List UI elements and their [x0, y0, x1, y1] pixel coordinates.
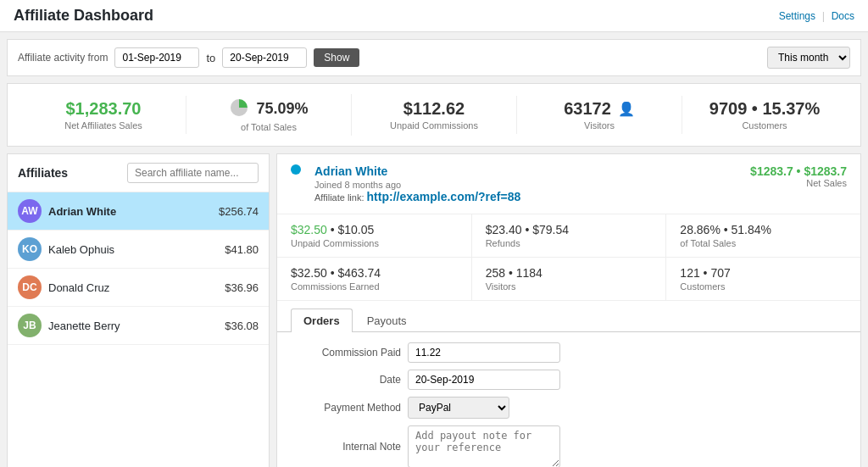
list-item[interactable]: DC Donald Cruz $36.96 — [8, 269, 269, 307]
stat-net-sales: $1,283.70 Net Affiliates Sales — [21, 96, 186, 134]
internal-note-textarea[interactable] — [408, 425, 560, 467]
affiliates-header: Affiliates — [8, 154, 269, 192]
to-label: to — [206, 52, 215, 64]
metrics-row-2: $32.50 • $463.74 Commissions Earned 258 … — [277, 258, 860, 301]
visitors-label: Visitors — [531, 120, 668, 131]
payment-method-row: Payment Method PayPal — [291, 397, 847, 419]
metric-value: 28.86% • 51.84% — [680, 223, 847, 236]
net-sales-primary: $1283.7 • $1283.7 — [750, 164, 847, 178]
net-sales-value: $1,283.70 — [35, 99, 172, 119]
metric-value: 121 • 707 — [680, 266, 847, 280]
total-sales-label: of Total Sales — [200, 122, 337, 132]
page-header: Affiliate Dashboard Settings | Docs — [0, 0, 868, 32]
affiliate-link-row: Affiliate link: http://example.com/?ref=… — [314, 190, 740, 203]
net-sales-label: Net Affiliates Sales — [35, 120, 172, 131]
metric-label: of Total Sales — [680, 238, 847, 248]
metric-customers: 121 • 707 Customers — [666, 258, 860, 300]
link-separator: | — [822, 9, 825, 22]
avatar: DC — [18, 275, 42, 299]
affiliate-net-sales: $1283.7 • $1283.7 Net Sales — [750, 164, 847, 188]
date-input[interactable] — [408, 370, 560, 390]
metric-label: Refunds — [486, 238, 653, 248]
affiliate-amount: $36.96 — [225, 281, 259, 294]
metric-visitors: 258 • 1184 Visitors — [472, 258, 667, 300]
customers-label: Customers — [696, 120, 833, 131]
metric-value: $32.50 • $463.74 — [291, 266, 458, 280]
show-button[interactable]: Show — [314, 48, 359, 67]
metrics-row-1: $32.50 • $10.05 Unpaid Commissions $23.4… — [277, 214, 860, 258]
period-select[interactable]: This month — [767, 47, 850, 69]
joined-meta: Joined 8 months ago — [314, 180, 740, 190]
metric-unpaid-commissions: $32.50 • $10.05 Unpaid Commissions — [277, 214, 472, 257]
affiliates-title: Affiliates — [18, 166, 68, 180]
metric-value: $32.50 • $10.05 — [291, 223, 458, 236]
affiliate-name: Donald Cruz — [48, 281, 218, 294]
filter-bar: Affiliate activity from to Show This mon… — [7, 39, 861, 76]
tab-orders[interactable]: Orders — [291, 309, 353, 332]
metric-value: 258 • 1184 — [486, 266, 653, 280]
header-links: Settings | Docs — [779, 9, 854, 22]
affiliate-info-header: Adrian White Joined 8 months ago Affilia… — [277, 154, 860, 214]
affiliate-name: Adrian White — [48, 205, 212, 218]
stat-customers: 9709 • 15.37% Customers — [682, 96, 847, 134]
active-indicator — [291, 164, 301, 175]
affiliate-name-link[interactable]: Adrian White — [314, 164, 387, 178]
affiliate-amount: $36.08 — [225, 320, 259, 332]
date-label: Date — [291, 374, 401, 386]
payment-method-select[interactable]: PayPal — [408, 397, 509, 419]
internal-note-label: Internal Note — [291, 441, 401, 453]
avatar: AW — [18, 199, 42, 223]
detail-panel: Adrian White Joined 8 months ago Affilia… — [276, 153, 861, 467]
affiliates-panel: Affiliates AW Adrian White $256.74 KO Ka… — [7, 153, 270, 467]
date-range-label: Affiliate activity from — [18, 52, 108, 64]
metric-label: Visitors — [486, 281, 653, 292]
affiliate-list: AW Adrian White $256.74 KO Kaleb Ophuis … — [8, 192, 269, 345]
customers-value: 9709 • 15.37% — [696, 99, 833, 119]
list-item[interactable]: KO Kaleb Ophuis $41.80 — [8, 231, 269, 269]
unpaid-commissions-label: Unpaid Commissions — [365, 120, 503, 131]
settings-link[interactable]: Settings — [779, 10, 815, 22]
list-item[interactable]: AW Adrian White $256.74 — [8, 192, 269, 231]
date-row: Date — [291, 370, 847, 390]
metric-refunds: $23.40 • $79.54 Refunds — [472, 214, 667, 257]
metric-commissions-earned: $32.50 • $463.74 Commissions Earned — [277, 258, 472, 300]
person-icon: 👤 — [618, 101, 635, 117]
visitors-value: 63172 — [564, 99, 611, 119]
payout-form: Commission Paid Date Payment Method PayP… — [277, 332, 860, 467]
affiliate-name: Jeanette Berry — [48, 320, 218, 332]
avatar: KO — [18, 237, 42, 261]
affiliate-amount: $256.74 — [219, 205, 259, 218]
date-to-input[interactable] — [222, 47, 307, 68]
internal-note-row: Internal Note — [291, 425, 847, 467]
metric-label: Commissions Earned — [291, 281, 458, 292]
search-input[interactable] — [127, 163, 259, 183]
tabs-row: Orders Payouts — [277, 308, 860, 332]
metric-value: $23.40 • $79.54 — [486, 223, 653, 236]
main-content: Affiliates AW Adrian White $256.74 KO Ka… — [7, 153, 861, 467]
net-sales-label: Net Sales — [750, 178, 847, 188]
commission-paid-input[interactable] — [408, 342, 560, 363]
tab-payouts[interactable]: Payouts — [354, 309, 420, 332]
date-from-input[interactable] — [114, 47, 199, 68]
commission-paid-label: Commission Paid — [291, 347, 401, 359]
affiliate-url-link[interactable]: http://example.com/?ref=88 — [367, 190, 521, 203]
affiliate-info-main: Adrian White Joined 8 months ago Affilia… — [314, 164, 740, 203]
pie-chart-icon — [229, 97, 249, 120]
unpaid-commissions-value: $112.62 — [365, 99, 503, 119]
affiliate-name: Kaleb Ophuis — [48, 243, 218, 256]
affiliate-amount: $41.80 — [225, 243, 259, 256]
metric-label: Customers — [680, 281, 847, 292]
commission-paid-row: Commission Paid — [291, 342, 847, 363]
payment-method-label: Payment Method — [291, 402, 401, 414]
metric-total-sales-pct: 28.86% • 51.84% of Total Sales — [666, 214, 860, 257]
total-sales-pct-value: 75.09% — [256, 100, 308, 118]
docs-link[interactable]: Docs — [832, 10, 854, 22]
avatar: JB — [18, 314, 42, 337]
stats-bar: $1,283.70 Net Affiliates Sales 75.09% of… — [7, 83, 861, 147]
stat-visitors: 63172 👤 Visitors — [517, 96, 682, 134]
list-item[interactable]: JB Jeanette Berry $36.08 — [8, 307, 269, 345]
metric-label: Unpaid Commissions — [291, 238, 458, 248]
stat-total-sales-pct: 75.09% of Total Sales — [186, 94, 352, 136]
page-title: Affiliate Dashboard — [14, 7, 153, 25]
stat-unpaid-commissions: $112.62 Unpaid Commissions — [352, 96, 517, 134]
